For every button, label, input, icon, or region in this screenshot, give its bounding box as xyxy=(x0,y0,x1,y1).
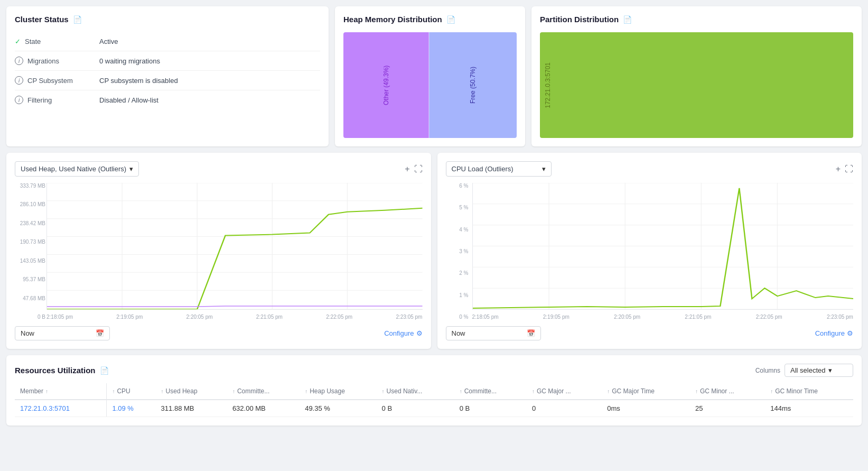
used-heap-time-label: Now xyxy=(21,329,34,337)
th-used-native[interactable]: ↑ Used Nativ... xyxy=(377,383,454,400)
heap-free-label: Free (50.7%) xyxy=(469,67,477,104)
filtering-label-group: i Filtering xyxy=(15,96,99,104)
th-native-committed-label: Committe... xyxy=(464,387,497,395)
y-label-6: 47.68 MB xyxy=(23,295,45,301)
cpu-x-3: 2:21:05 pm xyxy=(685,314,711,320)
filtering-label: Filtering xyxy=(27,96,52,104)
gc-minor-time-sort-icon: ↑ xyxy=(770,389,773,394)
calendar-icon: 📅 xyxy=(96,329,104,337)
used-heap-value: 311.88 MB xyxy=(161,404,194,412)
gear-icon: ⚙ xyxy=(416,329,423,337)
x-label-1: 2:19:05 pm xyxy=(116,314,143,320)
th-member[interactable]: Member ↑ xyxy=(15,383,107,400)
cpu-x-axis: 2:18:05 pm 2:19:05 pm 2:20:05 pm 2:21:05… xyxy=(472,312,854,320)
columns-select-value: All selected xyxy=(790,366,825,374)
partition-header: Partition Distribution 📄 xyxy=(540,15,853,24)
resources-data-table: Member ↑ ↑ CPU ↑ Used Heap xyxy=(15,383,853,417)
used-heap-chart-header: Used Heap, Used Native (Outliers) ▾ + ⛶ xyxy=(15,161,423,177)
th-native-committed[interactable]: ↑ Committe... xyxy=(454,383,527,400)
y-label-7: 0 B xyxy=(38,314,45,320)
page-container: Cluster Status 📄 ✓ State Active i Migrat… xyxy=(0,0,868,432)
td-heap-usage: 49.35 % xyxy=(300,400,376,417)
x-label-4: 2:22:05 pm xyxy=(326,314,352,320)
x-label-0: 2:18:05 pm xyxy=(46,314,73,320)
cpu-configure-btn[interactable]: Configure ⚙ xyxy=(815,329,853,337)
th-gc-major[interactable]: ↑ GC Major ... xyxy=(527,383,602,400)
cpu-y-2: 4 % xyxy=(459,227,468,233)
used-heap-chart-area xyxy=(46,183,423,310)
gc-major-time-sort-icon: ↑ xyxy=(607,389,610,394)
gc-major-value: 0 xyxy=(532,404,536,412)
cpu-y-0: 6 % xyxy=(459,183,468,189)
used-heap-x-axis: 2:18:05 pm 2:19:05 pm 2:20:05 pm 2:21:05… xyxy=(46,312,423,320)
y-label-5: 95.37 MB xyxy=(23,276,45,282)
cpu-x-5: 2:23:05 pm xyxy=(827,314,853,320)
th-member-label: Member xyxy=(20,387,43,395)
partition-title: Partition Distribution xyxy=(540,15,619,24)
cluster-status-card: Cluster Status 📄 ✓ State Active i Migrat… xyxy=(6,6,329,146)
used-heap-configure-btn[interactable]: Configure ⚙ xyxy=(384,329,422,337)
cluster-status-header: Cluster Status 📄 xyxy=(15,15,320,24)
partition-doc-icon: 📄 xyxy=(623,15,632,24)
used-heap-svg xyxy=(47,183,423,309)
th-heap-usage-label: Heap Usage xyxy=(310,387,345,395)
th-used-heap[interactable]: ↑ Used Heap xyxy=(156,383,227,400)
cp-label: CP Subsystem xyxy=(27,77,73,85)
used-heap-select[interactable]: Used Heap, Used Native (Outliers) ▾ xyxy=(15,161,139,177)
used-heap-add-icon[interactable]: + xyxy=(405,164,409,174)
used-heap-sort-icon: ↑ xyxy=(161,389,164,394)
state-label: State xyxy=(25,38,41,45)
cluster-status-doc-icon: 📄 xyxy=(73,15,82,24)
cpu-gear-icon: ⚙ xyxy=(847,329,853,337)
th-gc-minor[interactable]: ↑ GC Minor ... xyxy=(690,383,765,400)
y-label-3: 190.73 MB xyxy=(20,239,45,245)
heap-chart: Other (49.3%) Free (50.7%) xyxy=(343,32,517,138)
cpu-time-label: Now xyxy=(452,329,465,337)
th-committed[interactable]: ↑ Committe... xyxy=(227,383,300,400)
th-cpu[interactable]: ↑ CPU xyxy=(107,383,156,400)
migrations-label-group: i Migrations xyxy=(15,57,99,65)
y-label-2: 238.42 MB xyxy=(20,220,45,226)
cpu-select[interactable]: CPU Load (Outliers) ▾ xyxy=(446,161,552,177)
cpu-expand-icon[interactable]: ⛶ xyxy=(845,164,853,174)
th-gc-minor-time-label: GC Minor Time xyxy=(775,387,818,395)
cp-subsystem-row: i CP Subsystem CP subsystem is disabled xyxy=(15,71,320,90)
columns-label: Columns xyxy=(755,367,780,374)
used-heap-y-axis: 333.79 MB 286.10 MB 238.42 MB 190.73 MB … xyxy=(19,183,45,320)
used-heap-expand-icon[interactable]: ⛶ xyxy=(414,164,423,174)
gc-minor-sort-icon: ↑ xyxy=(695,389,698,394)
cpu-time-input[interactable]: Now 📅 xyxy=(446,326,541,340)
state-value: Active xyxy=(99,38,118,45)
cp-subsystem-label-group: i CP Subsystem xyxy=(15,76,99,85)
x-label-5: 2:23:05 pm xyxy=(396,314,422,320)
cpu-x-1: 2:19:05 pm xyxy=(543,314,570,320)
cpu-footer: Now 📅 Configure ⚙ xyxy=(446,326,854,340)
state-check-icon: ✓ xyxy=(15,38,21,45)
cpu-y-3: 3 % xyxy=(459,248,468,254)
x-label-2: 2:20:05 pm xyxy=(186,314,213,320)
th-gc-major-label: GC Major ... xyxy=(537,387,571,395)
th-cpu-label: CPU xyxy=(117,387,130,395)
td-committed: 632.00 MB xyxy=(227,400,300,417)
table-head: Member ↑ ↑ CPU ↑ Used Heap xyxy=(15,383,853,400)
cpu-sort-icon: ↑ xyxy=(112,389,115,394)
cpu-x-0: 2:18:05 pm xyxy=(472,314,499,320)
partition-distribution-card: Partition Distribution 📄 172.21.0.3:5701 xyxy=(531,6,862,146)
cpu-value: 1.09 % xyxy=(112,404,133,412)
th-gc-major-time[interactable]: ↑ GC Major Time xyxy=(602,383,690,400)
used-heap-time-input[interactable]: Now 📅 xyxy=(15,326,110,340)
th-gc-minor-time[interactable]: ↑ GC Minor Time xyxy=(765,383,853,400)
columns-select[interactable]: All selected ▾ xyxy=(785,364,853,377)
partition-chart: 172.21.0.3:5701 xyxy=(540,32,853,138)
configure-label: Configure xyxy=(384,329,414,337)
member-link[interactable]: 172.21.0.3:5701 xyxy=(20,404,70,412)
table-header-row: Member ↑ ↑ CPU ↑ Used Heap xyxy=(15,383,853,400)
gc-major-sort-icon: ↑ xyxy=(532,389,535,394)
cpu-add-icon[interactable]: + xyxy=(836,164,841,174)
td-gc-minor: 25 xyxy=(690,400,765,417)
th-heap-usage[interactable]: ↑ Heap Usage xyxy=(300,383,376,400)
partition-node-label: 172.21.0.3:5701 xyxy=(544,62,552,108)
td-gc-minor-time: 144ms xyxy=(765,400,853,417)
filtering-info-icon: i xyxy=(15,96,23,104)
cpu-y-axis: 6 % 5 % 4 % 3 % 2 % 1 % 0 % xyxy=(445,183,469,320)
